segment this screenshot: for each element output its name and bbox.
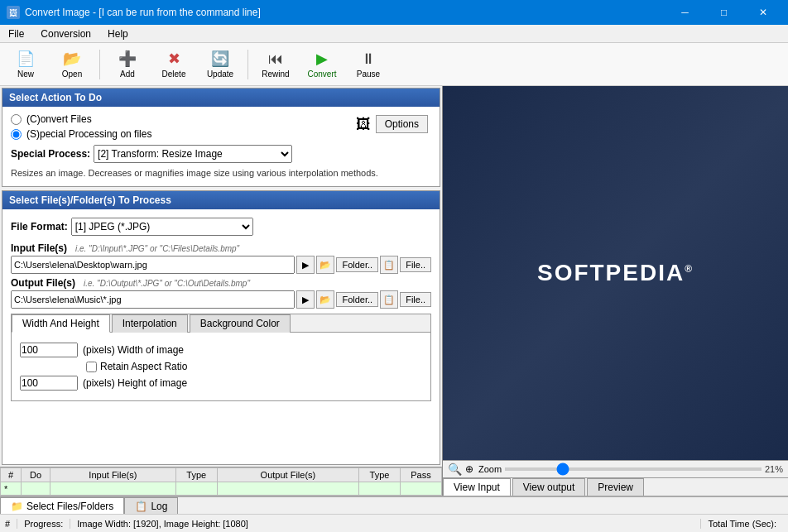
- aspect-ratio-row: Retain Aspect Ratio: [86, 361, 422, 372]
- input-copy-button[interactable]: 📋: [380, 256, 398, 274]
- tab-width-height[interactable]: Width And Height: [12, 314, 110, 333]
- table-row: *: [1, 482, 442, 496]
- special-process-select[interactable]: [2] Transform: Resize Image: [94, 145, 292, 163]
- view-input-tab[interactable]: View Input: [443, 478, 511, 496]
- special-processing-row: (S)pecial Processing on files: [11, 127, 151, 141]
- zoom-bar: 🔍 ⊕ Zoom 21%: [443, 460, 788, 477]
- convert-files-label: (C)onvert Files: [26, 113, 92, 125]
- rewind-label: Rewind: [262, 69, 289, 79]
- output-folder-button[interactable]: Folder..: [336, 292, 378, 307]
- pause-button[interactable]: ⏸ Pause: [346, 46, 391, 84]
- file-section-header: Select File(s)/Folder(s) To Process: [2, 191, 440, 209]
- zoom-percent: 21%: [765, 464, 783, 474]
- action-section: Select Action To Do (C)onvert Files (S)p…: [2, 88, 440, 187]
- new-button[interactable]: 📄 New: [3, 46, 48, 84]
- input-folder-open-button[interactable]: 📂: [316, 256, 334, 274]
- cell-type-out: [359, 482, 401, 496]
- special-process-row: Special Process: [2] Transform: Resize I…: [11, 141, 431, 166]
- rewind-icon: ⏮: [268, 50, 283, 68]
- format-select[interactable]: [1] JPEG (*.JPG): [71, 218, 253, 236]
- zoom-label: Zoom: [478, 464, 502, 474]
- menu-file[interactable]: File: [0, 25, 32, 43]
- convert-button[interactable]: ▶ Convert: [300, 46, 344, 84]
- output-files-input[interactable]: [11, 290, 295, 309]
- preview-area: SOFTPEDIA®: [443, 86, 788, 460]
- format-row: File Format: [1] JPEG (*.JPG): [11, 214, 431, 239]
- files-tab-label: Select Files/Folders: [26, 501, 113, 512]
- status-total-time: Total Time (Sec):: [708, 519, 783, 529]
- title-bar: 🖼 Convert Image - [I can be run from the…: [0, 0, 788, 25]
- zoom-slider[interactable]: [505, 467, 762, 471]
- tab-interpolation[interactable]: Interpolation: [112, 314, 188, 333]
- height-row: (pixels) Height of image: [20, 376, 422, 391]
- app-icon: 🖼: [7, 6, 20, 19]
- pause-label: Pause: [357, 69, 380, 79]
- height-label: (pixels) Height of image: [83, 377, 187, 389]
- output-copy-button[interactable]: 📋: [380, 290, 398, 309]
- menu-conversion[interactable]: Conversion: [32, 25, 99, 43]
- update-icon: 🔄: [211, 50, 229, 68]
- view-output-tab[interactable]: View output: [512, 478, 586, 496]
- status-progress: Progress:: [24, 519, 70, 529]
- preview-tab[interactable]: Preview: [587, 478, 644, 496]
- softpedia-logo: SOFTPEDIA®: [537, 260, 694, 286]
- total-time-label: Total Time (Sec):: [708, 519, 776, 529]
- params-tabs: Width And Height Interpolation Backgroun…: [11, 314, 431, 401]
- output-files-section: Output File(s) i.e. "D:\Output\*.JPG" or…: [11, 277, 431, 309]
- special-processing-radio[interactable]: [11, 129, 22, 140]
- output-file-button[interactable]: File..: [400, 292, 431, 307]
- close-button[interactable]: ✕: [744, 0, 781, 25]
- height-input[interactable]: [20, 376, 78, 391]
- delete-icon: ✖: [168, 50, 180, 68]
- output-folder-open-button[interactable]: 📂: [316, 290, 334, 309]
- col-hash: #: [1, 468, 22, 482]
- title-text: Convert Image - [I can be run from the c…: [25, 7, 261, 18]
- menu-help[interactable]: Help: [99, 25, 137, 43]
- maximize-button[interactable]: □: [705, 0, 742, 25]
- output-play-button[interactable]: ▶: [296, 290, 315, 309]
- zoom-fit-icon[interactable]: ⊕: [465, 463, 473, 475]
- right-panel: SOFTPEDIA® 🔍 ⊕ Zoom 21% View Input View …: [443, 86, 788, 496]
- file-table: # Do Input File(s) Type Output File(s) T…: [0, 467, 442, 496]
- input-files-row: ▶ 📂 Folder.. 📋 File..: [11, 256, 431, 274]
- hash-label: #: [5, 519, 10, 529]
- action-header: Select Action To Do: [2, 89, 440, 107]
- special-process-label: Special Process:: [11, 148, 90, 160]
- open-button[interactable]: 📂 Open: [50, 46, 94, 84]
- cell-type-in: [175, 482, 217, 496]
- input-file-button[interactable]: File..: [400, 257, 431, 272]
- col-output-files: Output File(s): [217, 468, 358, 482]
- separator-1: [99, 50, 100, 79]
- output-files-hint: i.e. "D:\Output\*.JPG" or "C:\Out\Detail…: [84, 279, 250, 288]
- convert-files-row: (C)onvert Files: [11, 112, 151, 127]
- tab-background-color[interactable]: Background Color: [190, 314, 291, 333]
- update-button[interactable]: 🔄 Update: [198, 46, 243, 84]
- files-tab-icon: 📁: [11, 501, 23, 512]
- input-play-button[interactable]: ▶: [296, 256, 315, 274]
- input-files-input[interactable]: [11, 256, 295, 274]
- new-label: New: [17, 69, 34, 79]
- add-button[interactable]: ➕ Add: [105, 46, 150, 84]
- special-process-desc: Resizes an image. Decreases or magnifies…: [11, 166, 431, 181]
- col-type-in: Type: [175, 468, 217, 482]
- bottom-tab-log[interactable]: 📋 Log: [124, 497, 178, 514]
- bottom-tab-files[interactable]: 📁 Select Files/Folders: [0, 497, 124, 514]
- rewind-button[interactable]: ⏮ Rewind: [253, 46, 298, 84]
- delete-button[interactable]: ✖ Delete: [151, 46, 196, 84]
- retain-aspect-ratio-checkbox[interactable]: [86, 362, 97, 372]
- convert-files-radio[interactable]: [11, 114, 22, 125]
- input-folder-button[interactable]: Folder..: [336, 257, 378, 272]
- cell-hash: *: [1, 482, 22, 496]
- minimize-button[interactable]: ─: [666, 0, 704, 25]
- softpedia-tm: ®: [685, 263, 694, 275]
- col-input-files: Input File(s): [50, 468, 176, 482]
- zoom-in-icon[interactable]: 🔍: [448, 463, 462, 476]
- options-icon: 🖼: [356, 116, 371, 133]
- format-label: File Format:: [11, 221, 68, 232]
- status-hash: #: [5, 519, 17, 529]
- width-input[interactable]: [20, 343, 78, 357]
- output-files-row: ▶ 📂 Folder.. 📋 File..: [11, 290, 431, 309]
- col-pass: Pass: [401, 468, 442, 482]
- status-image-size: Image Width: [1920], Image Height: [1080…: [77, 519, 701, 529]
- options-button[interactable]: Options: [376, 115, 428, 133]
